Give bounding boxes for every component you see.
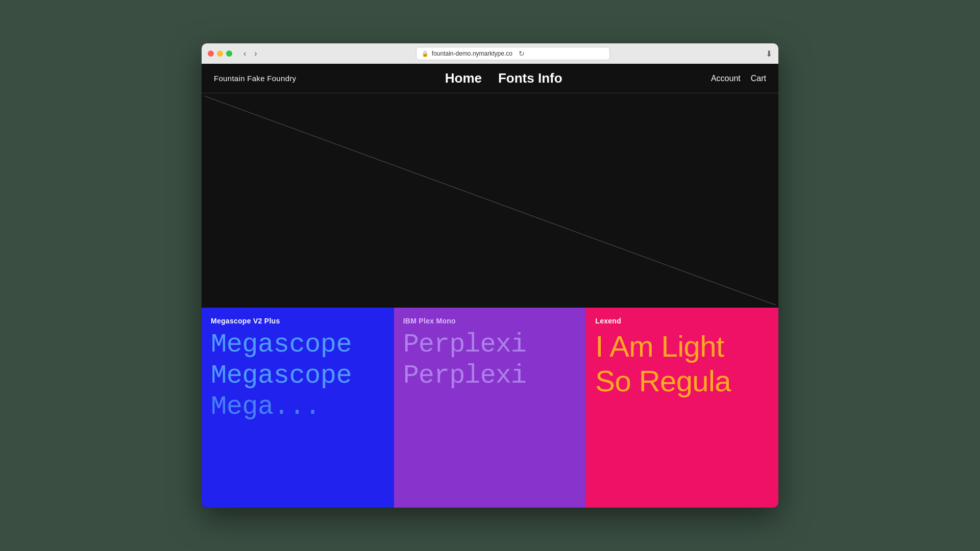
font-card-megascope-preview: Megascope Megascope Mega...: [211, 330, 385, 508]
site-logo: Fountain Fake Foundry: [214, 74, 296, 83]
address-input[interactable]: 🔒 fountain-demo.nymarktype.co ↻: [416, 47, 610, 60]
font-card-lexend[interactable]: Lexend I Am Light So Regula: [586, 308, 778, 508]
reload-button[interactable]: ↻: [519, 49, 525, 58]
browser-nav-buttons: ‹ ›: [240, 48, 260, 59]
nav-center: Home Fonts Info: [445, 70, 562, 86]
address-bar-container: 🔒 fountain-demo.nymarktype.co ↻: [264, 47, 762, 60]
lock-icon: 🔒: [422, 51, 429, 57]
ibm-line-1: Perplexi: [403, 330, 577, 359]
lexend-line-2: So Regula: [595, 365, 769, 397]
font-card-megascope[interactable]: Megascope V2 Plus Megascope Megascope Me…: [202, 308, 394, 508]
font-cards: Megascope V2 Plus Megascope Megascope Me…: [202, 308, 778, 508]
maximize-button[interactable]: [226, 51, 232, 57]
nav-cart[interactable]: Cart: [751, 74, 766, 83]
close-button[interactable]: [208, 51, 214, 57]
download-icon[interactable]: ⬇: [766, 49, 772, 59]
nav-account[interactable]: Account: [711, 74, 741, 83]
nav-right: Account Cart: [711, 74, 766, 83]
font-card-megascope-title: Megascope V2 Plus: [211, 317, 385, 325]
font-card-lexend-preview: I Am Light So Regula: [595, 330, 769, 508]
font-card-lexend-title: Lexend: [595, 317, 769, 325]
lexend-line-1: I Am Light: [595, 330, 769, 363]
back-button[interactable]: ‹: [240, 48, 249, 59]
font-card-ibm-title: IBM Plex Mono: [403, 317, 577, 325]
url-text: fountain-demo.nymarktype.co: [432, 50, 512, 57]
hero-section: [202, 93, 778, 308]
forward-button[interactable]: ›: [251, 48, 260, 59]
site-nav: Fountain Fake Foundry Home Fonts Info Ac…: [202, 64, 778, 93]
megascope-line-1: Megascope: [211, 330, 385, 359]
font-card-ibm-preview: Perplexi Perplexi: [403, 330, 577, 508]
minimize-button[interactable]: [217, 51, 223, 57]
megascope-line-3: Mega...: [211, 392, 385, 421]
ibm-line-2: Perplexi: [403, 361, 577, 390]
megascope-line-2: Megascope: [211, 361, 385, 390]
browser-chrome: ‹ › 🔒 fountain-demo.nymarktype.co ↻ ⬇: [202, 43, 778, 64]
nav-home[interactable]: Home: [445, 70, 482, 86]
browser-window: ‹ › 🔒 fountain-demo.nymarktype.co ↻ ⬇ Fo…: [202, 43, 778, 508]
font-card-ibm[interactable]: IBM Plex Mono Perplexi Perplexi: [394, 308, 586, 508]
hero-diagonal-line: [202, 93, 778, 308]
nav-fonts-info[interactable]: Fonts Info: [498, 70, 562, 86]
traffic-lights: [208, 51, 232, 57]
website-content: Fountain Fake Foundry Home Fonts Info Ac…: [202, 64, 778, 508]
svg-line-0: [204, 96, 776, 305]
